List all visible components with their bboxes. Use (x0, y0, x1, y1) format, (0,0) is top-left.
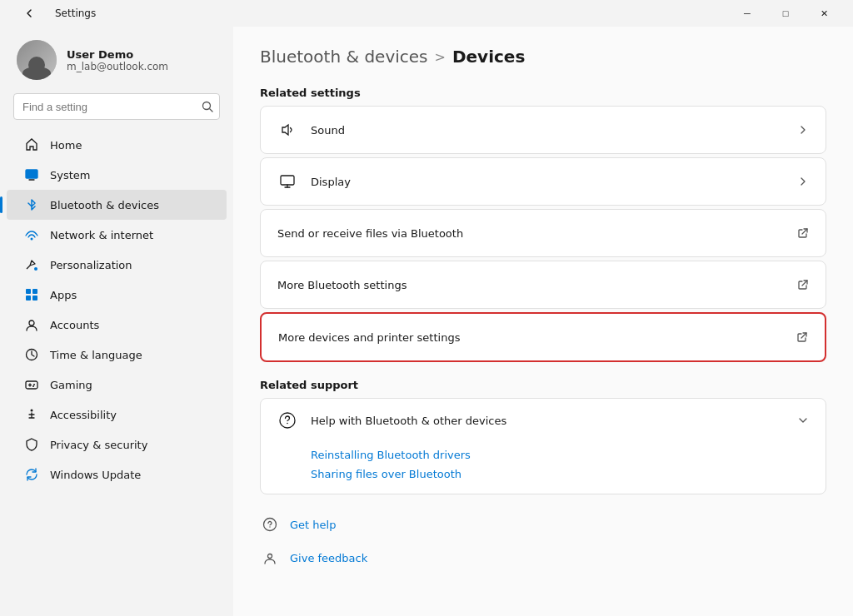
sidebar-item-accessibility-label: Accessibility (50, 409, 117, 421)
time-icon (23, 346, 40, 363)
svg-point-19 (268, 554, 272, 559)
display-card: Display (260, 157, 826, 206)
titlebar-title: Settings (55, 7, 96, 19)
svg-point-16 (287, 423, 288, 425)
display-icon (277, 171, 297, 191)
sidebar-item-home[interactable]: Home (7, 130, 227, 160)
user-email: m_lab@outlook.com (67, 61, 168, 72)
more-devices-label: More devices and printer settings (278, 331, 796, 344)
svg-rect-14 (281, 176, 294, 185)
sidebar-item-network[interactable]: Network & internet (7, 220, 227, 250)
support-links: Reinstalling Bluetooth drivers Sharing f… (261, 442, 826, 494)
sidebar-item-system[interactable]: System (7, 160, 227, 190)
svg-rect-4 (26, 289, 31, 294)
sidebar-item-gaming-label: Gaming (50, 379, 92, 391)
svg-point-0 (203, 102, 211, 110)
user-info: User Demo m_lab@outlook.com (67, 48, 168, 72)
get-help-icon (260, 514, 280, 534)
more-devices-row[interactable]: More devices and printer settings (262, 314, 825, 360)
svg-point-13 (31, 410, 33, 412)
maximize-button[interactable]: □ (766, 0, 805, 27)
update-icon (23, 466, 40, 483)
search-input[interactable] (13, 93, 220, 120)
sound-chevron (797, 124, 809, 136)
sidebar-item-accounts[interactable]: Accounts (7, 310, 227, 340)
more-devices-external-icon (796, 331, 808, 343)
svg-rect-5 (32, 289, 37, 294)
display-row[interactable]: Display (261, 158, 826, 205)
sidebar-item-apps-label: Apps (50, 289, 77, 301)
paint-icon (23, 256, 40, 273)
sidebar: User Demo m_lab@outlook.com (0, 27, 233, 616)
user-section[interactable]: User Demo m_lab@outlook.com (0, 27, 233, 93)
svg-point-2 (31, 238, 33, 241)
sidebar-item-privacy-label: Privacy & security (50, 439, 147, 451)
send-files-card: Send or receive files via Bluetooth (260, 209, 826, 257)
bluetooth-icon (23, 196, 40, 213)
more-bt-row[interactable]: More Bluetooth settings (261, 261, 826, 308)
network-icon (23, 226, 40, 243)
help-bt-header[interactable]: Help with Bluetooth & other devices (261, 399, 826, 442)
sidebar-item-apps[interactable]: Apps (7, 280, 227, 310)
accounts-icon (23, 316, 40, 333)
home-icon (23, 137, 40, 153)
sidebar-item-bluetooth[interactable]: Bluetooth & devices (7, 190, 227, 220)
gaming-icon (23, 376, 40, 393)
send-files-row[interactable]: Send or receive files via Bluetooth (261, 210, 826, 256)
sidebar-item-network-label: Network & internet (50, 229, 153, 241)
main-content: Bluetooth & devices > Devices Related se… (233, 27, 853, 616)
breadcrumb-separator: > (435, 49, 446, 65)
send-files-label: Send or receive files via Bluetooth (277, 227, 797, 240)
sidebar-item-privacy[interactable]: Privacy & security (7, 430, 227, 460)
svg-point-18 (269, 526, 270, 527)
search-box (13, 93, 220, 120)
system-icon (23, 166, 40, 183)
titlebar: Settings ─ □ ✕ (0, 0, 853, 27)
support-card: Help with Bluetooth & other devices Rein… (260, 398, 826, 494)
feedback-icon (260, 548, 280, 568)
sharing-link[interactable]: Sharing files over Bluetooth (311, 468, 809, 480)
search-icon (202, 101, 213, 112)
svg-point-8 (29, 320, 34, 325)
give-feedback-label: Give feedback (290, 552, 367, 564)
more-bt-external-icon (797, 279, 809, 291)
close-button[interactable]: ✕ (805, 0, 843, 27)
sidebar-item-bluetooth-label: Bluetooth & devices (50, 199, 159, 211)
help-bt-label: Help with Bluetooth & other devices (311, 415, 797, 427)
sound-icon (277, 120, 297, 140)
get-help-label: Get help (290, 519, 336, 531)
related-settings-title: Related settings (260, 87, 826, 99)
display-label: Display (311, 176, 797, 188)
minimize-button[interactable]: ─ (728, 0, 766, 27)
get-help-row[interactable]: Get help (260, 511, 826, 538)
titlebar-controls: ─ □ ✕ (728, 0, 843, 27)
sidebar-item-personalization[interactable]: Personalization (7, 250, 227, 280)
nav-list: Home System (0, 127, 233, 493)
sidebar-item-time[interactable]: Time & language (7, 340, 227, 370)
help-bt-icon (277, 410, 297, 430)
sidebar-item-time-label: Time & language (50, 349, 142, 361)
reinstall-link[interactable]: Reinstalling Bluetooth drivers (311, 449, 809, 461)
sidebar-item-gaming[interactable]: Gaming (7, 370, 227, 400)
related-support-section: Related support Help with Bluetooth & ot… (260, 379, 826, 494)
sound-label: Sound (311, 124, 797, 137)
give-feedback-row[interactable]: Give feedback (260, 544, 826, 571)
privacy-icon (23, 436, 40, 453)
accessibility-icon (23, 406, 40, 423)
sidebar-item-update[interactable]: Windows Update (7, 460, 227, 489)
breadcrumb: Bluetooth & devices > Devices (260, 47, 826, 67)
svg-rect-6 (26, 296, 31, 301)
user-name: User Demo (67, 48, 168, 61)
more-bt-label: More Bluetooth settings (277, 279, 797, 291)
more-bt-card: More Bluetooth settings (260, 261, 826, 309)
more-devices-card: More devices and printer settings (260, 312, 826, 362)
related-support-title: Related support (260, 379, 826, 391)
sound-row[interactable]: Sound (261, 107, 826, 153)
sidebar-item-accessibility[interactable]: Accessibility (7, 400, 227, 430)
svg-point-12 (32, 385, 34, 387)
svg-rect-1 (26, 170, 37, 178)
breadcrumb-parent[interactable]: Bluetooth & devices (260, 47, 428, 67)
display-chevron (797, 176, 809, 187)
sound-card: Sound (260, 106, 826, 154)
back-button[interactable] (10, 0, 48, 27)
